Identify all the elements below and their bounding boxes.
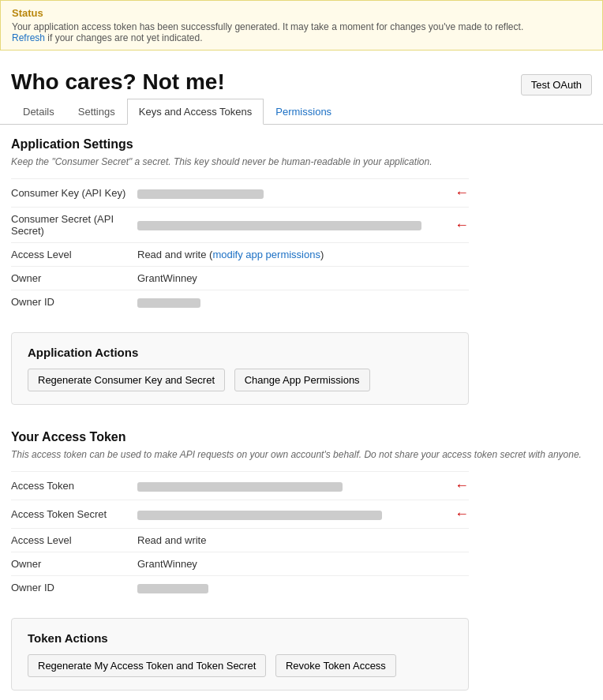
consumer-key-label: Consumer Key (API Key) [11, 187, 137, 199]
access-token-row: Access Token ← [11, 471, 469, 500]
token-owner-id-row: Owner ID [11, 575, 469, 599]
access-token-secret-masked [137, 511, 382, 520]
refresh-link[interactable]: Refresh [12, 32, 45, 43]
app-actions-title: Application Actions [28, 346, 452, 359]
app-settings-subtitle: Keep the "Consumer Secret" a secret. Thi… [11, 156, 592, 167]
consumer-secret-row: Consumer Secret (API Secret) ← [11, 207, 469, 242]
consumer-key-masked [137, 189, 264, 199]
owner-value: GrantWinney [137, 272, 469, 284]
access-token-secret-arrow: ← [455, 506, 469, 522]
main-content: Application Settings Keep the "Consumer … [0, 125, 603, 700]
owner-id-label: Owner ID [11, 296, 137, 308]
owner-id-masked [137, 298, 200, 308]
access-token-subtitle: This access token can be used to make AP… [11, 449, 592, 460]
consumer-secret-arrow: ← [455, 217, 469, 234]
owner-label: Owner [11, 272, 137, 284]
tab-settings[interactable]: Settings [66, 99, 127, 125]
token-actions-title: Token Actions [28, 631, 452, 645]
access-level-row: Access Level Read and write (modify app … [11, 242, 469, 266]
access-level-value: Read and write (modify app permissions) [137, 249, 469, 260]
application-actions-box: Application Actions Regenerate Consumer … [11, 332, 469, 405]
consumer-key-arrow: ← [455, 185, 469, 201]
status-title: Status [12, 7, 591, 19]
page-header: Who cares? Not me! Test OAuth [0, 63, 603, 99]
consumer-secret-value [137, 219, 445, 231]
consumer-secret-label: Consumer Secret (API Secret) [11, 213, 137, 237]
token-owner-id-label: Owner ID [11, 582, 137, 593]
tab-details[interactable]: Details [11, 99, 66, 125]
access-level-label: Access Level [11, 249, 137, 260]
token-owner-value: GrantWinney [137, 558, 469, 570]
app-settings-title: Application Settings [11, 137, 592, 152]
token-access-level-value: Read and write [137, 534, 469, 546]
modify-permissions-link[interactable]: modify app permissions [212, 249, 320, 260]
owner-id-value [137, 296, 469, 308]
test-oauth-button[interactable]: Test OAuth [521, 74, 592, 95]
token-actions-buttons: Regenerate My Access Token and Token Sec… [28, 654, 452, 677]
access-token-masked [137, 482, 343, 492]
regenerate-access-token-button[interactable]: Regenerate My Access Token and Token Sec… [28, 654, 266, 677]
token-owner-id-masked [137, 584, 208, 593]
revoke-token-access-button[interactable]: Revoke Token Access [275, 654, 396, 677]
app-actions-buttons: Regenerate Consumer Key and Secret Chang… [28, 369, 452, 391]
token-owner-id-value [137, 582, 469, 593]
access-token-label: Access Token [11, 480, 137, 492]
access-token-arrow: ← [455, 477, 469, 494]
token-access-level-row: Access Level Read and write [11, 528, 469, 552]
tab-permissions[interactable]: Permissions [264, 99, 343, 125]
token-owner-row: Owner GrantWinney [11, 552, 469, 575]
access-token-section-title: Your Access Token [11, 430, 592, 444]
page-title: Who cares? Not me! [11, 69, 225, 95]
app-settings-fields: Consumer Key (API Key) ← Consumer Secret… [11, 178, 469, 313]
your-access-token-section: Your Access Token This access token can … [11, 430, 592, 691]
change-app-permissions-button[interactable]: Change App Permissions [234, 369, 370, 391]
application-settings-section: Application Settings Keep the "Consumer … [11, 137, 592, 405]
token-actions-box: Token Actions Regenerate My Access Token… [11, 618, 469, 691]
tabs-nav: Details Settings Keys and Access Tokens … [0, 99, 603, 125]
access-token-secret-row: Access Token Secret ← [11, 500, 469, 528]
access-token-secret-label: Access Token Secret [11, 508, 137, 520]
consumer-key-row: Consumer Key (API Key) ← [11, 178, 469, 207]
status-message: Your application access token has been s… [12, 21, 591, 43]
owner-row: Owner GrantWinney [11, 266, 469, 290]
consumer-secret-masked [137, 221, 421, 230]
access-token-value [137, 480, 445, 492]
tab-keys-and-access-tokens[interactable]: Keys and Access Tokens [127, 99, 264, 125]
access-token-fields: Access Token ← Access Token Secret ← Acc… [11, 471, 469, 599]
owner-id-row: Owner ID [11, 290, 469, 313]
access-token-secret-value [137, 508, 445, 520]
token-owner-label: Owner [11, 558, 137, 570]
regenerate-consumer-key-button[interactable]: Regenerate Consumer Key and Secret [28, 369, 225, 391]
status-banner: Status Your application access token has… [0, 0, 603, 51]
token-access-level-label: Access Level [11, 534, 137, 546]
consumer-key-value [137, 187, 445, 199]
